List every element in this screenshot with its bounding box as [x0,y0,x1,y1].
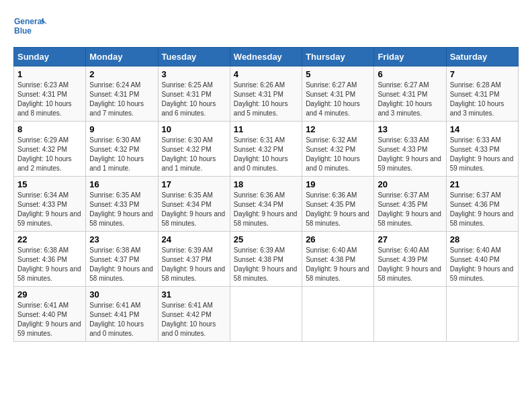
calendar-cell: 5Sunrise: 6:27 AMSunset: 4:31 PMDaylight… [302,66,374,122]
day-number: 7 [450,69,515,79]
calendar-week-1: 1Sunrise: 6:23 AMSunset: 4:31 PMDaylight… [14,66,519,122]
calendar-cell: 16Sunrise: 6:35 AMSunset: 4:33 PMDayligh… [86,177,158,232]
weekday-header-row: SundayMondayTuesdayWednesdayThursdayFrid… [14,48,519,66]
weekday-header-wednesday: Wednesday [230,48,302,66]
day-number: 11 [234,124,298,134]
calendar-cell: 9Sunrise: 6:30 AMSunset: 4:32 PMDaylight… [86,122,158,177]
logo: General Blue [13,13,47,40]
day-info: Sunrise: 6:38 AMSunset: 4:36 PMDaylight:… [17,246,82,283]
day-info: Sunrise: 6:41 AMSunset: 4:40 PMDaylight:… [17,301,82,338]
calendar-cell: 23Sunrise: 6:38 AMSunset: 4:37 PMDayligh… [86,232,158,287]
day-number: 8 [17,124,82,134]
calendar-cell: 20Sunrise: 6:37 AMSunset: 4:35 PMDayligh… [374,177,446,232]
calendar-cell: 8Sunrise: 6:29 AMSunset: 4:32 PMDaylight… [14,122,86,177]
day-info: Sunrise: 6:33 AMSunset: 4:33 PMDaylight:… [378,136,442,173]
day-info: Sunrise: 6:40 AMSunset: 4:38 PMDaylight:… [306,246,370,283]
calendar-cell: 26Sunrise: 6:40 AMSunset: 4:38 PMDayligh… [302,232,374,287]
day-number: 25 [234,234,298,244]
day-number: 18 [234,179,298,189]
day-info: Sunrise: 6:27 AMSunset: 4:31 PMDaylight:… [378,81,442,118]
day-info: Sunrise: 6:24 AMSunset: 4:31 PMDaylight:… [89,81,154,118]
calendar-cell [230,287,302,342]
day-info: Sunrise: 6:40 AMSunset: 4:40 PMDaylight:… [450,246,515,283]
day-info: Sunrise: 6:23 AMSunset: 4:31 PMDaylight:… [17,81,82,118]
day-number: 9 [89,124,154,134]
day-info: Sunrise: 6:25 AMSunset: 4:31 PMDaylight:… [162,81,226,118]
weekday-header-sunday: Sunday [14,48,86,66]
day-number: 4 [234,69,298,79]
day-number: 31 [162,289,226,300]
calendar-cell: 18Sunrise: 6:36 AMSunset: 4:34 PMDayligh… [230,177,302,232]
day-info: Sunrise: 6:38 AMSunset: 4:37 PMDaylight:… [89,246,154,283]
day-number: 28 [450,234,515,244]
day-info: Sunrise: 6:32 AMSunset: 4:32 PMDaylight:… [306,136,370,173]
day-info: Sunrise: 6:34 AMSunset: 4:33 PMDaylight:… [17,191,82,228]
calendar-cell: 29Sunrise: 6:41 AMSunset: 4:40 PMDayligh… [14,287,86,342]
day-info: Sunrise: 6:36 AMSunset: 4:34 PMDaylight:… [234,191,298,228]
day-number: 27 [378,234,442,244]
day-number: 15 [17,179,82,189]
logo-svg: General Blue [13,13,47,40]
day-info: Sunrise: 6:29 AMSunset: 4:32 PMDaylight:… [17,136,82,173]
calendar-cell: 31Sunrise: 6:41 AMSunset: 4:42 PMDayligh… [158,287,230,342]
calendar-cell: 13Sunrise: 6:33 AMSunset: 4:33 PMDayligh… [374,122,446,177]
calendar-cell: 4Sunrise: 6:26 AMSunset: 4:31 PMDaylight… [230,66,302,122]
calendar-cell: 17Sunrise: 6:35 AMSunset: 4:34 PMDayligh… [158,177,230,232]
calendar-cell: 24Sunrise: 6:39 AMSunset: 4:37 PMDayligh… [158,232,230,287]
calendar-cell: 14Sunrise: 6:33 AMSunset: 4:33 PMDayligh… [446,122,518,177]
calendar-cell: 25Sunrise: 6:39 AMSunset: 4:38 PMDayligh… [230,232,302,287]
day-info: Sunrise: 6:35 AMSunset: 4:34 PMDaylight:… [162,191,226,228]
day-info: Sunrise: 6:39 AMSunset: 4:37 PMDaylight:… [162,246,226,283]
day-info: Sunrise: 6:27 AMSunset: 4:31 PMDaylight:… [306,81,370,118]
calendar-cell: 28Sunrise: 6:40 AMSunset: 4:40 PMDayligh… [446,232,518,287]
calendar-cell: 11Sunrise: 6:31 AMSunset: 4:32 PMDayligh… [230,122,302,177]
weekday-header-thursday: Thursday [302,48,374,66]
day-number: 16 [89,179,154,189]
day-info: Sunrise: 6:36 AMSunset: 4:35 PMDaylight:… [306,191,370,228]
calendar-cell [446,287,518,342]
day-info: Sunrise: 6:33 AMSunset: 4:33 PMDaylight:… [450,136,515,173]
day-info: Sunrise: 6:31 AMSunset: 4:32 PMDaylight:… [234,136,298,173]
calendar-cell: 30Sunrise: 6:41 AMSunset: 4:41 PMDayligh… [86,287,158,342]
calendar-cell [302,287,374,342]
day-number: 26 [306,234,370,244]
day-number: 5 [306,69,370,79]
weekday-header-monday: Monday [86,48,158,66]
day-number: 22 [17,234,82,244]
day-number: 13 [378,124,442,134]
calendar-cell: 2Sunrise: 6:24 AMSunset: 4:31 PMDaylight… [86,66,158,122]
day-number: 10 [162,124,226,134]
calendar-week-4: 22Sunrise: 6:38 AMSunset: 4:36 PMDayligh… [14,232,519,287]
day-number: 23 [89,234,154,244]
day-number: 21 [450,179,515,189]
calendar-cell: 3Sunrise: 6:25 AMSunset: 4:31 PMDaylight… [158,66,230,122]
day-number: 19 [306,179,370,189]
day-info: Sunrise: 6:41 AMSunset: 4:41 PMDaylight:… [89,301,154,338]
day-info: Sunrise: 6:37 AMSunset: 4:36 PMDaylight:… [450,191,515,228]
day-info: Sunrise: 6:37 AMSunset: 4:35 PMDaylight:… [378,191,442,228]
day-info: Sunrise: 6:39 AMSunset: 4:38 PMDaylight:… [234,246,298,283]
calendar-cell: 15Sunrise: 6:34 AMSunset: 4:33 PMDayligh… [14,177,86,232]
page-header: General Blue [13,13,519,40]
day-number: 14 [450,124,515,134]
day-info: Sunrise: 6:35 AMSunset: 4:33 PMDaylight:… [89,191,154,228]
day-number: 6 [378,69,442,79]
calendar-cell: 6Sunrise: 6:27 AMSunset: 4:31 PMDaylight… [374,66,446,122]
day-info: Sunrise: 6:41 AMSunset: 4:42 PMDaylight:… [162,301,226,338]
day-number: 20 [378,179,442,189]
day-number: 2 [89,69,154,79]
calendar-cell: 12Sunrise: 6:32 AMSunset: 4:32 PMDayligh… [302,122,374,177]
day-info: Sunrise: 6:30 AMSunset: 4:32 PMDaylight:… [162,136,226,173]
day-info: Sunrise: 6:40 AMSunset: 4:39 PMDaylight:… [378,246,442,283]
day-number: 24 [162,234,226,244]
calendar-cell: 1Sunrise: 6:23 AMSunset: 4:31 PMDaylight… [14,66,86,122]
calendar-cell: 19Sunrise: 6:36 AMSunset: 4:35 PMDayligh… [302,177,374,232]
weekday-header-saturday: Saturday [446,48,518,66]
weekday-header-tuesday: Tuesday [158,48,230,66]
calendar-cell: 27Sunrise: 6:40 AMSunset: 4:39 PMDayligh… [374,232,446,287]
day-number: 12 [306,124,370,134]
calendar-week-3: 15Sunrise: 6:34 AMSunset: 4:33 PMDayligh… [14,177,519,232]
day-number: 29 [17,289,82,300]
calendar-week-5: 29Sunrise: 6:41 AMSunset: 4:40 PMDayligh… [14,287,519,342]
calendar-table: SundayMondayTuesdayWednesdayThursdayFrid… [13,47,519,342]
